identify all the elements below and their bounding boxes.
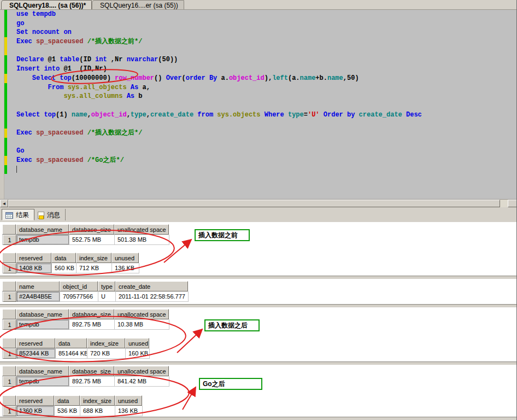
data-cell[interactable]: 552.75 MB [69,235,115,245]
grid-corner-cell[interactable] [2,366,16,376]
data-cell[interactable]: 560 KB [52,263,77,273]
code-token: (a. [288,74,300,82]
column-header[interactable]: unused [111,253,139,263]
result-grid-5: reserveddataindex_sizeunused1852344 KB85… [2,338,150,359]
data-cell[interactable]: 136 KB [112,263,139,273]
data-cell[interactable]: 709577566 [60,291,98,302]
code-token: Exec [16,38,36,45]
grid-corner-cell[interactable] [2,253,16,263]
row-number-cell[interactable]: 1 [3,263,16,273]
data-cell[interactable]: #2A4B4B5E [16,291,60,302]
code-token: create_date [150,111,197,119]
data-cell[interactable]: 501.38 MB [115,235,169,245]
code-token: b [138,92,142,100]
change-tracking-bar [4,138,7,147]
data-cell[interactable]: tempdb [16,376,69,387]
column-header[interactable]: database_size [69,309,114,319]
splitter-grip[interactable] [508,200,517,207]
result-panel-splitter[interactable] [0,361,517,365]
editor-tab-1[interactable]: SQLQuery18.... (sa (56))* [1,0,92,9]
column-header[interactable]: database_name [16,366,69,376]
row-number-cell[interactable]: 1 [3,319,16,330]
column-header[interactable]: database_name [16,309,69,319]
sql-editor[interactable]: use tempdbgoSet nocount onExec sp_spaceu… [0,10,517,199]
code-token: int [95,56,107,63]
code-token: ,Nr [107,56,127,63]
code-line-9: From sys.all_objects As a, [0,83,517,92]
row-number-cell[interactable]: 1 [3,406,16,416]
row-number-cell[interactable]: 1 [3,376,16,387]
grid-corner-cell[interactable] [2,309,16,319]
column-header[interactable]: database_name [16,224,69,235]
column-header[interactable]: data [55,338,87,348]
row-number-cell[interactable]: 1 [3,291,16,302]
data-cell[interactable]: 10.38 MB [115,319,169,330]
change-tracking-bar [4,101,7,110]
column-header[interactable]: unallocated space [114,224,169,235]
code-line-13 [0,119,517,129]
data-cell[interactable]: 851464 KB [56,348,87,359]
code-line-12: Select top(1) name,object_id,type,create… [0,110,517,120]
grid-corner-cell[interactable] [2,395,16,406]
results-tab-2[interactable]: 消息 [34,209,66,220]
data-cell[interactable]: tempdb [16,235,69,245]
data-cell[interactable]: 160 KB [126,348,150,359]
data-cell[interactable]: 136 KB [115,406,143,416]
column-header[interactable]: unused [125,338,149,348]
row-number-cell[interactable]: 1 [3,235,16,245]
code-token: As [127,92,139,100]
column-header[interactable]: index_size [76,253,111,263]
column-header[interactable]: unused [115,395,142,406]
column-header[interactable]: index_size [87,338,125,348]
data-cell[interactable]: 1408 KB [16,263,52,273]
editor-tab-2[interactable]: SQLQuery16....er (sa (55)) [92,0,184,9]
data-cell[interactable]: tempdb [16,319,69,330]
column-header[interactable]: data [51,253,76,263]
scrollbar-thumb[interactable] [8,200,500,207]
column-header[interactable]: reserved [16,253,51,263]
column-header[interactable]: reserved [16,338,55,348]
column-header[interactable]: create_date [115,281,188,291]
column-header[interactable]: database_size [69,224,114,235]
column-header[interactable]: database_size [69,366,114,376]
column-header[interactable]: type [98,281,115,291]
column-header[interactable]: unallocated space [114,309,169,319]
change-tracking-bar [4,83,7,92]
grid-corner-cell[interactable] [2,338,16,348]
data-cell[interactable]: 712 KB [77,263,112,273]
result-panel-splitter[interactable] [0,276,517,279]
column-header[interactable]: reserved [16,395,54,406]
code-token [320,111,324,119]
column-header[interactable]: unallocated space [114,366,169,376]
code-token: sp_spaceused [36,38,87,45]
grid-corner-cell[interactable] [2,224,16,235]
result-grid-1: database_namedatabase_sizeunallocated sp… [2,224,169,245]
grid-corner-cell[interactable] [2,281,16,291]
data-cell[interactable]: U [98,291,116,302]
code-token: Over [166,74,182,82]
column-header[interactable]: index_size [80,395,115,406]
data-cell[interactable]: 688 KB [80,406,115,416]
data-cell[interactable]: 720 KB [87,348,126,359]
results-tab-1[interactable]: 结果 [2,209,34,220]
data-cell[interactable]: 852344 KB [16,348,56,359]
code-token: (10000000) [72,74,115,82]
editor-horizontal-scrollbar[interactable]: ◄ [0,199,517,207]
data-cell[interactable]: 841.42 MB [115,376,169,387]
data-cell[interactable]: 1360 KB [16,406,55,416]
row-number-cell[interactable]: 1 [3,348,16,359]
column-header[interactable]: data [54,395,80,406]
data-cell[interactable]: 2011-11-01 22:58:56.777 [116,291,189,302]
data-cell[interactable]: 892.75 MB [69,376,115,387]
code-token: sys.objects [217,111,264,119]
column-header[interactable]: object_id [60,281,98,291]
scroll-left-button[interactable]: ◄ [0,200,8,207]
code-token: sys.all_objects [68,84,131,91]
code-line-3: Set nocount on [0,28,517,37]
data-cell[interactable]: 892.75 MB [69,319,115,330]
data-cell[interactable]: 536 KB [55,406,80,416]
column-header[interactable]: name [16,281,60,291]
code-token: , [127,111,131,119]
result-panel-splitter[interactable] [0,304,517,308]
code-token: name [327,74,343,82]
